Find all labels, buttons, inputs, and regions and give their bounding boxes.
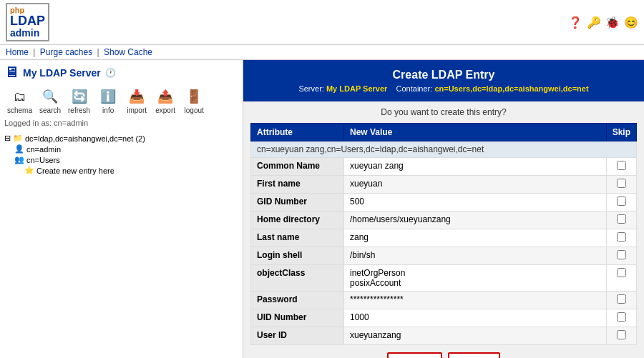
- logo-box: php LDAP admin: [6, 3, 49, 41]
- table-row: Common Namexueyuan zang: [251, 158, 637, 176]
- nav-home[interactable]: Home: [6, 47, 29, 57]
- skip-checkbox[interactable]: [617, 268, 626, 277]
- value-cell: ****************: [344, 292, 607, 309]
- commit-button[interactable]: Commit: [387, 352, 442, 358]
- skip-checkbox[interactable]: [617, 179, 626, 188]
- refresh-button[interactable]: 🔄 refresh: [65, 85, 93, 116]
- import-label: import: [127, 106, 147, 114]
- key-icon[interactable]: 🔑: [587, 16, 601, 29]
- tree: ⊟ 📁 dc=ldap,dc=aishangwei,dc=net (2) 👤 c…: [4, 133, 238, 176]
- attr-cell: Login shell: [251, 247, 344, 265]
- main-layout: 🖥 My LDAP Server 🕐 🗂 schema 🔍 search 🔄 r…: [0, 60, 644, 358]
- attr-cell: First name: [251, 176, 344, 194]
- tree-cn-users[interactable]: 👥 cn=Users: [14, 154, 238, 165]
- tree-create-new[interactable]: ⭐ Create new entry here: [24, 165, 238, 176]
- tree-root-label: dc=ldap,dc=aishangwei,dc=net (2): [25, 134, 145, 143]
- skip-cell: [606, 229, 636, 247]
- logout-icon: 🚪: [183, 86, 205, 106]
- cancel-button[interactable]: Cancel: [448, 352, 500, 358]
- top-bar: php LDAP admin ❓ 🔑 🐞 😊: [0, 0, 644, 45]
- attr-cell: Common Name: [251, 158, 344, 176]
- help-icon[interactable]: ❓: [568, 16, 582, 29]
- value-cell: 1000: [344, 309, 607, 327]
- users-icon: 👥: [14, 155, 24, 164]
- logged-in-text: Logged in as: cn=admin: [4, 119, 238, 127]
- skip-checkbox[interactable]: [617, 214, 626, 224]
- info-icon: ℹ️: [97, 86, 119, 106]
- attr-cell: User ID: [251, 327, 344, 345]
- schema-button[interactable]: 🗂 schema: [4, 85, 35, 116]
- server-icon: 🖥: [4, 64, 19, 81]
- skip-cell: [606, 247, 636, 265]
- search-icon: 🔍: [39, 86, 61, 106]
- logout-button[interactable]: 🚪 logout: [180, 85, 208, 116]
- table-row: GID Number500: [251, 194, 637, 212]
- table-row: Password****************: [251, 292, 637, 309]
- logout-label: logout: [185, 106, 204, 114]
- value-cell: /bin/sh: [344, 247, 607, 265]
- skip-checkbox[interactable]: [617, 197, 626, 206]
- skip-checkbox[interactable]: [617, 312, 626, 322]
- skip-cell: [606, 327, 636, 345]
- entry-table: Attribute New Value Skip cn=xueyuan zang…: [250, 123, 637, 345]
- skip-cell: [606, 309, 636, 327]
- value-cell: zang: [344, 229, 607, 247]
- info-label: info: [102, 106, 114, 114]
- tree-cn-admin[interactable]: 👤 cn=admin: [14, 144, 238, 154]
- skip-checkbox[interactable]: [617, 294, 626, 304]
- import-button[interactable]: 📥 import: [123, 85, 150, 116]
- skip-checkbox[interactable]: [617, 161, 626, 170]
- tree-root[interactable]: ⊟ 📁 dc=ldap,dc=aishangwei,dc=net (2): [4, 133, 238, 144]
- table-row: User IDxueyuanzang: [251, 327, 637, 345]
- logo: php LDAP admin: [6, 3, 49, 41]
- info-button[interactable]: ℹ️ info: [94, 85, 122, 116]
- container-label: Container:: [396, 84, 433, 93]
- value-cell: xueyuanzang: [344, 327, 607, 345]
- value-cell: xueyuan zang: [344, 158, 607, 176]
- export-button[interactable]: 📤 export: [152, 85, 179, 116]
- refresh-icon: 🔄: [69, 86, 90, 106]
- table-row: objectClassinetOrgPerson posixAccount: [251, 265, 637, 292]
- refresh-label: refresh: [68, 106, 90, 114]
- cn-admin-label: cn=admin: [26, 145, 61, 154]
- logo-admin: admin: [10, 27, 39, 39]
- attr-cell: Last name: [251, 229, 344, 247]
- skip-cell: [606, 212, 636, 229]
- attr-cell: Home directory: [251, 212, 344, 229]
- col-new-value: New Value: [344, 124, 607, 141]
- entry-subtitle: Server: My LDAP Server Container: cn=Use…: [252, 84, 635, 93]
- logo-ldap: LDAP: [10, 14, 45, 27]
- table-row: UID Number1000: [251, 309, 637, 327]
- top-icons: ❓ 🔑 🐞 😊: [568, 16, 638, 29]
- cn-users-label: cn=Users: [26, 156, 60, 164]
- user-icon: 👤: [14, 144, 24, 154]
- nav-bar: Home | Purge caches | Show Cache: [0, 45, 644, 60]
- sidebar: 🖥 My LDAP Server 🕐 🗂 schema 🔍 search 🔄 r…: [0, 60, 243, 358]
- content: Create LDAP Entry Server: My LDAP Server…: [243, 60, 644, 358]
- search-button[interactable]: 🔍 search: [36, 85, 64, 116]
- table-row: Login shell/bin/sh: [251, 247, 637, 265]
- nav-show-cache[interactable]: Show Cache: [104, 47, 152, 57]
- value-cell: /home/users/xueyuanzang: [344, 212, 607, 229]
- attr-cell: GID Number: [251, 194, 344, 212]
- skip-checkbox[interactable]: [617, 250, 626, 259]
- skip-checkbox[interactable]: [617, 330, 626, 339]
- container-value: cn=Users,dc=ldap,dc=aishangwei,dc=net: [434, 84, 588, 93]
- sidebar-server-name: My LDAP Server: [23, 67, 101, 79]
- bug-icon[interactable]: 🐞: [605, 16, 620, 29]
- export-icon: 📤: [155, 86, 176, 106]
- skip-cell: [606, 176, 636, 194]
- skip-cell: [606, 158, 636, 176]
- schema-icon: 🗂: [9, 86, 31, 106]
- sidebar-title: 🖥 My LDAP Server 🕐: [4, 64, 238, 81]
- col-attribute: Attribute: [251, 124, 344, 141]
- table-row: Last namezang: [251, 229, 637, 247]
- skip-checkbox[interactable]: [617, 232, 626, 242]
- create-new-label: Create new entry here: [36, 166, 114, 175]
- nav-purge-caches[interactable]: Purge caches: [40, 47, 92, 57]
- expand-icon: ⊟: [4, 134, 11, 143]
- skip-cell: [606, 265, 636, 292]
- attr-cell: Password: [251, 292, 344, 309]
- table-row: Home directory/home/users/xueyuanzang: [251, 212, 637, 229]
- smiley-icon[interactable]: 😊: [624, 16, 638, 29]
